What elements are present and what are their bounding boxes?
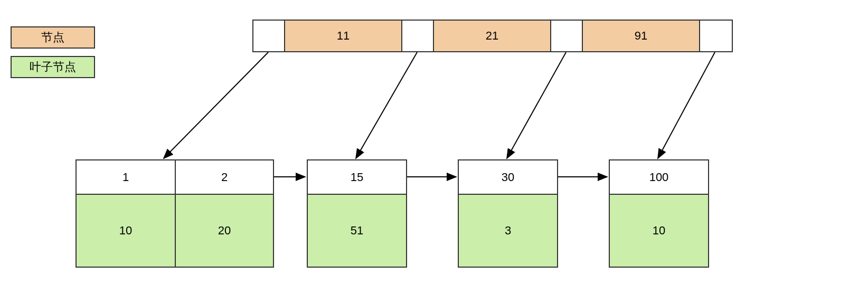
edge-root-leaf-2	[507, 52, 566, 158]
leaf-cell: 303	[459, 160, 557, 267]
leaf-cell: 10010	[610, 160, 708, 267]
leaf-value: 20	[176, 195, 273, 267]
leaf-value: 3	[459, 195, 557, 267]
leaf-key: 15	[308, 160, 406, 195]
legend-node: 节点	[11, 26, 95, 49]
legend-node-label: 节点	[41, 30, 64, 45]
root-key-1: 21	[434, 21, 551, 51]
legend-leaf: 叶子节点	[11, 56, 95, 78]
edge-root-leaf-3	[658, 52, 715, 158]
root-pointer-2	[551, 21, 583, 51]
root-pointer-1	[402, 21, 434, 51]
leaf-key: 30	[459, 160, 557, 195]
leaf-cell: 1551	[308, 160, 406, 267]
root-key-2: 91	[583, 21, 700, 51]
root-node: 11 21 91	[252, 20, 733, 52]
edge-root-leaf-1	[356, 52, 417, 158]
leaf-node-1: 1551	[307, 159, 407, 268]
leaf-value: 51	[308, 195, 406, 267]
leaf-key: 1	[77, 160, 175, 195]
leaf-key: 100	[610, 160, 708, 195]
edge-root-leaf-0	[164, 52, 268, 158]
leaf-cell: 220	[175, 160, 273, 267]
root-pointer-0	[253, 21, 285, 51]
leaf-cell: 110	[77, 160, 175, 267]
leaf-key: 2	[176, 160, 273, 195]
leaf-node-3: 10010	[609, 159, 709, 268]
leaf-node-0: 110220	[76, 159, 274, 268]
leaf-value: 10	[77, 195, 175, 267]
root-key-0: 11	[285, 21, 402, 51]
leaf-value: 10	[610, 195, 708, 267]
leaf-node-2: 303	[458, 159, 558, 268]
legend-leaf-label: 叶子节点	[30, 59, 76, 75]
root-pointer-3	[700, 21, 732, 51]
